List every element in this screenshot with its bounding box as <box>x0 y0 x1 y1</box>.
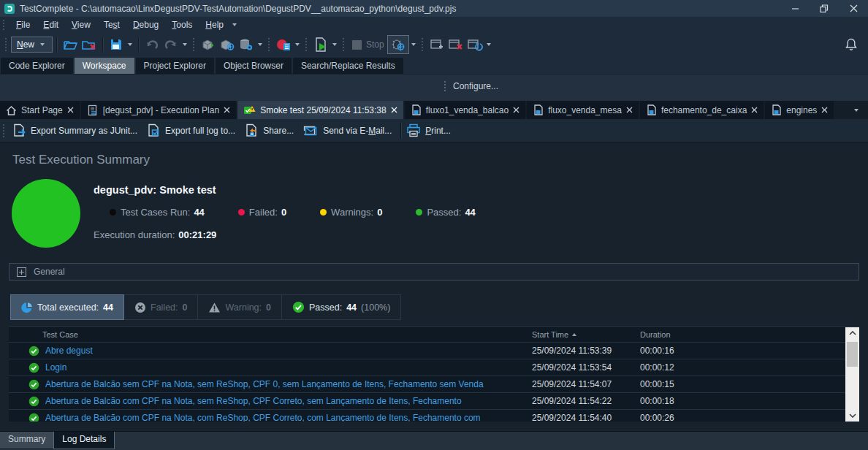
export-junit-button[interactable]: Export Summary as JUnit... <box>9 119 144 142</box>
close-panel-button[interactable] <box>446 36 465 53</box>
tab-workspace[interactable]: Workspace <box>75 58 134 74</box>
scrollbar-thumb[interactable] <box>847 342 858 367</box>
close-icon[interactable] <box>67 107 74 113</box>
print-button[interactable]: Print... <box>403 119 457 142</box>
doc-tab-fluxo-venda-mesa[interactable]: fluxo_venda_mesa <box>527 101 639 119</box>
export-full-log-button[interactable]: Export full log to... <box>144 119 242 142</box>
save-button[interactable] <box>107 36 126 53</box>
toolbar-grip[interactable] <box>343 38 345 51</box>
menu-help[interactable]: Help <box>199 18 230 31</box>
toolbar-grip[interactable] <box>422 38 424 51</box>
toolbar-grip[interactable] <box>305 38 308 51</box>
menu-tools[interactable]: Tools <box>165 18 199 31</box>
scrollbar-track[interactable] <box>845 339 859 410</box>
table-row[interactable]: Abertura de Balcão com CPF na Nota, com … <box>9 410 845 422</box>
close-icon[interactable] <box>391 107 397 113</box>
record-icon <box>275 38 292 52</box>
table-row[interactable]: Abre degust 25/09/2024 11:53:39 00:00:16 <box>9 343 845 359</box>
tab-summary[interactable]: Summary <box>0 432 53 448</box>
send-email-button[interactable]: Send via E-Mail... <box>300 119 398 142</box>
tab-search-replace-results[interactable]: Search/Replace Results <box>293 58 403 74</box>
close-icon[interactable] <box>513 107 519 113</box>
script-file-icon <box>646 104 657 115</box>
filter-tab-passed[interactable]: Passed:44(100%) <box>282 294 401 320</box>
tab-list-button[interactable] <box>848 101 865 119</box>
column-header-start-time[interactable]: Start Time <box>532 330 640 339</box>
test-case-link[interactable]: Abre degust <box>45 346 93 356</box>
menu-view[interactable]: View <box>65 18 97 31</box>
menu-overflow-icon[interactable] <box>232 23 237 26</box>
column-header-duration[interactable]: Duration <box>640 330 845 339</box>
vertical-scrollbar[interactable] <box>845 327 859 422</box>
tab-log-details[interactable]: Log Details <box>53 432 115 449</box>
doc-tab-engines[interactable]: engines <box>765 101 834 119</box>
pie-chart-icon <box>21 302 33 313</box>
table-row[interactable]: Login 25/09/2024 11:53:54 00:00:12 <box>9 359 845 376</box>
add-panel-button[interactable] <box>427 36 446 53</box>
table-row[interactable]: Abertura de Balcão com CPF na Nota, sem … <box>9 393 845 410</box>
stat-test-cases-run: Test Cases Run:44 <box>110 207 205 218</box>
test-case-link[interactable]: Abertura de Balcão com CPF na Nota, com … <box>45 413 481 422</box>
stores-dropdown-icon[interactable] <box>258 43 262 46</box>
tab-code-explorer[interactable]: Code Explorer <box>1 58 73 74</box>
close-icon[interactable] <box>626 107 633 113</box>
close-file-button[interactable] <box>80 36 99 53</box>
tab-project-explorer[interactable]: Project Explorer <box>136 58 214 74</box>
doc-tab-execution-plan[interactable]: [degust_pdv] - Execution Plan <box>81 101 236 119</box>
object-spy-button[interactable] <box>218 36 237 53</box>
restore-button[interactable] <box>810 0 839 17</box>
filter-tab-total-executed[interactable]: Total executed:44 <box>10 294 124 320</box>
record-dropdown-icon[interactable] <box>295 43 300 46</box>
share-button[interactable]: Share... <box>242 119 300 142</box>
workspace-toolbar-row: Configure... <box>0 74 868 101</box>
undo-button[interactable] <box>142 36 161 53</box>
test-case-link[interactable]: Abertura de Balcão com CPF na Nota, sem … <box>45 396 462 406</box>
restore-layout-button[interactable] <box>465 36 484 53</box>
filter-tab-warning[interactable]: Warning:0 <box>198 294 282 320</box>
scroll-down-button[interactable] <box>845 410 859 422</box>
debug-mode-button[interactable] <box>387 35 409 54</box>
filter-tab-failed[interactable]: Failed:0 <box>124 294 198 320</box>
stores-button[interactable] <box>237 36 256 53</box>
record-button[interactable] <box>274 36 293 53</box>
column-header-test-case[interactable]: Test Case <box>9 330 532 339</box>
tab-object-browser[interactable]: Object Browser <box>216 58 292 74</box>
save-dropdown-icon[interactable] <box>128 43 132 46</box>
close-icon[interactable] <box>821 107 828 113</box>
layout-dropdown-icon[interactable] <box>487 43 491 46</box>
toolbar-grip[interactable] <box>193 38 195 51</box>
close-button[interactable] <box>839 0 868 17</box>
test-case-link[interactable]: Abertura de Balcão sem CPF na Nota, sem … <box>45 379 484 389</box>
menu-edit[interactable]: Edit <box>37 18 65 31</box>
redo-dropdown-icon[interactable] <box>183 43 187 46</box>
table-row[interactable]: Abertura de Balcão sem CPF na Nota, sem … <box>9 376 845 393</box>
doc-tab-smoke-test-log[interactable]: Smoke test 25/09/2024 11:53:38 <box>237 101 403 119</box>
redo-button[interactable] <box>161 36 180 53</box>
passed-check-icon <box>28 379 39 390</box>
minimize-button[interactable] <box>780 0 810 17</box>
menu-test[interactable]: Test <box>97 18 126 31</box>
toolbar-grip[interactable] <box>268 38 270 51</box>
open-file-button[interactable] <box>61 36 80 53</box>
doc-tab-start-page[interactable]: Start Page <box>0 101 80 119</box>
toolbar-grip[interactable] <box>5 38 7 51</box>
new-button[interactable]: New <box>11 37 53 53</box>
doc-tab-fechamento-de-caixa[interactable]: fechamento_de_caixa <box>640 101 764 119</box>
dropdown-arrow-icon <box>40 43 45 46</box>
run-button[interactable] <box>311 36 330 53</box>
menu-debug[interactable]: Debug <box>126 18 165 31</box>
run-dropdown-icon[interactable] <box>332 43 337 46</box>
doc-tab-fluxo1-venda-balcao[interactable]: fluxo1_venda_balcao <box>405 101 525 119</box>
notifications-button[interactable] <box>845 37 858 52</box>
general-section-header[interactable]: General <box>9 263 859 281</box>
close-icon[interactable] <box>751 107 758 113</box>
menu-file[interactable]: File <box>9 18 37 31</box>
toolbar-grip[interactable] <box>3 20 5 30</box>
expand-icon[interactable] <box>17 267 26 277</box>
configure-link[interactable]: Configure... <box>444 81 498 91</box>
scroll-up-button[interactable] <box>845 327 859 339</box>
add-new-item-button[interactable] <box>199 36 218 53</box>
close-icon[interactable] <box>224 107 230 113</box>
debug-dropdown-icon[interactable] <box>411 43 416 46</box>
test-case-link[interactable]: Login <box>45 362 66 373</box>
